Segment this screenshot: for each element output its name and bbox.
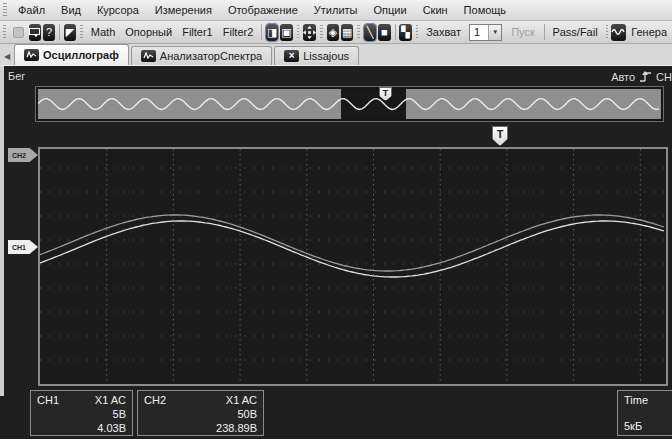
time-name: Time xyxy=(624,393,672,407)
menu-options[interactable]: Опции xyxy=(366,4,415,16)
tab-label: Lissajous xyxy=(303,50,349,62)
time-readout[interactable]: Time 5кБ xyxy=(617,390,672,436)
scope-display[interactable] xyxy=(38,147,668,386)
waveform-icon xyxy=(141,50,156,62)
separator xyxy=(261,24,262,40)
ch2-name: CH2 xyxy=(144,393,166,407)
menu-skin[interactable]: Скин xyxy=(415,4,456,16)
capture-count-select[interactable]: 1 ▼ xyxy=(469,24,502,41)
checker-icon[interactable]: ▚ xyxy=(399,24,411,41)
filter1-button[interactable]: Filter1 xyxy=(177,23,218,42)
ch2-coupling: X1 AC xyxy=(226,393,257,407)
grip-handle[interactable] xyxy=(320,25,323,40)
ch1-trace xyxy=(40,221,664,277)
tab-scroll-left-icon[interactable]: ◀ xyxy=(0,47,14,65)
ch2-level-flag[interactable]: CH2 xyxy=(8,148,38,162)
pointer-tool-icon[interactable]: ◤ xyxy=(64,24,76,41)
trigger-position-flag[interactable]: T xyxy=(492,126,508,146)
menu-cursors[interactable]: Курсора xyxy=(89,4,147,16)
rotate-display-icon[interactable]: ◈ xyxy=(327,24,339,41)
ch2-trace xyxy=(40,215,664,271)
ch1-value: 4.03В xyxy=(37,421,126,435)
tab-label: АнализаторСпектра xyxy=(160,50,262,62)
trigger-mode-label: Авто xyxy=(611,71,635,83)
generator-icon[interactable] xyxy=(611,24,626,41)
lissajous-icon: × xyxy=(284,50,299,62)
ch1-coupling: X1 AC xyxy=(95,393,126,407)
ch2-readout[interactable]: CH2 X1 AC 50В 238.89В xyxy=(137,390,264,436)
tab-oscilloscope[interactable]: Осциллограф xyxy=(14,44,129,65)
preview-wave xyxy=(38,89,661,119)
separator xyxy=(395,24,396,40)
tab-label: Осциллограф xyxy=(43,49,119,61)
capture-label: Захват xyxy=(421,23,466,42)
menu-bar: Файл Вид Курсора Измерения Отображение У… xyxy=(0,0,672,21)
help-icon[interactable]: ? xyxy=(43,24,55,41)
reference-button[interactable]: Опорный xyxy=(120,23,177,42)
line-style-icon[interactable]: ╲ xyxy=(364,24,376,41)
scope-canvas xyxy=(40,149,666,384)
grip-handle[interactable] xyxy=(80,25,83,40)
time-value: 5кБ xyxy=(624,419,672,433)
separator xyxy=(59,24,60,40)
start-button: Пуск xyxy=(505,26,541,38)
separator xyxy=(544,24,545,40)
capture-count-value: 1 xyxy=(470,26,488,38)
passfail-button[interactable]: Pass/Fail xyxy=(547,23,602,42)
trigger-status[interactable]: Авто CH xyxy=(611,70,672,83)
scope-area: Бег Авто CH T T CH2 CH1 xyxy=(0,66,672,439)
menu-display[interactable]: Отображение xyxy=(220,4,306,16)
grip-handle[interactable] xyxy=(416,25,419,40)
waveform-preview-strip[interactable]: T xyxy=(35,86,664,122)
tab-bar: ◀ Осциллограф АнализаторСпектра × Lissaj… xyxy=(0,44,672,66)
ch1-name: CH1 xyxy=(37,393,59,407)
ch1-level-flag[interactable]: CH1 xyxy=(8,240,38,254)
menu-file[interactable]: Файл xyxy=(10,4,53,16)
pin-icon xyxy=(13,27,24,38)
frame-icon[interactable]: ▣ xyxy=(280,24,292,41)
run-status: Бег xyxy=(8,70,25,82)
math-button[interactable]: Math xyxy=(86,23,120,42)
ch1-scale: 5В xyxy=(37,407,126,421)
menu-measurements[interactable]: Измерения xyxy=(147,4,220,16)
grip-handle[interactable] xyxy=(357,25,360,40)
preview-inner: T xyxy=(38,89,661,119)
window-edge xyxy=(0,66,4,396)
tab-spectrum-analyzer[interactable]: АнализаторСпектра xyxy=(131,46,272,65)
split-panel-icon[interactable]: ◨ xyxy=(266,24,278,41)
grip-handle[interactable] xyxy=(297,25,300,40)
image-icon[interactable]: ▦ xyxy=(341,24,353,41)
menu-help[interactable]: Помощь xyxy=(456,4,515,16)
trigger-source-label: CH xyxy=(656,71,672,83)
grip-handle[interactable] xyxy=(3,3,7,18)
waveform-icon xyxy=(24,49,39,61)
chevron-down-icon[interactable]: ▼ xyxy=(488,25,501,40)
menu-view[interactable]: Вид xyxy=(53,4,89,16)
menu-utilities[interactable]: Утилиты xyxy=(306,4,366,16)
tab-lissajous[interactable]: × Lissajous xyxy=(274,46,359,65)
ch1-readout[interactable]: CH1 X1 AC 5В 4.03В xyxy=(30,390,133,436)
toolbar: ? ◤ Math Опорный Filter1 Filter2 ◨ ▣ ◈ ▦… xyxy=(0,21,672,44)
trigger-edge-icon xyxy=(639,70,652,83)
grip-handle[interactable] xyxy=(3,25,6,40)
grip-handle[interactable] xyxy=(606,25,609,40)
ch2-scale: 50В xyxy=(144,407,257,421)
generator-button[interactable]: Генера xyxy=(626,23,672,42)
ch2-value: 238.89В xyxy=(144,421,257,435)
move-arrows-icon[interactable] xyxy=(303,24,316,41)
filter2-button[interactable]: Filter2 xyxy=(218,23,259,42)
display-icon[interactable] xyxy=(29,24,41,41)
solid-square-icon[interactable]: ■ xyxy=(378,24,390,41)
